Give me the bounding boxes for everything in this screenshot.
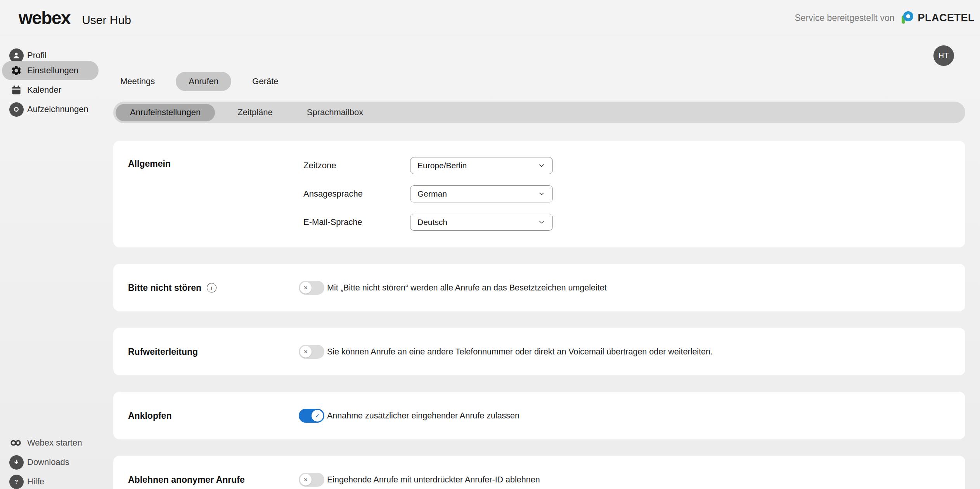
- sidebar-item-label: Profil: [27, 50, 47, 60]
- sidebar-item-label: Einstellungen: [27, 66, 78, 76]
- record-icon: [9, 102, 24, 117]
- sidebar: Profil Einstellungen Kalender: [0, 36, 113, 489]
- sidebar-item-webex-starten[interactable]: Webex starten: [0, 433, 99, 453]
- field-label: Ansagesprache: [303, 185, 363, 202]
- app-title: User Hub: [82, 14, 131, 27]
- subtab-zeitplaene[interactable]: Zeitpläne: [220, 104, 290, 121]
- main-tabs: Meetings Anrufen Geräte: [115, 72, 300, 91]
- sidebar-item-label: Kalender: [27, 85, 61, 95]
- section-title: Rufweiterleitung: [128, 346, 198, 357]
- placetel-logo-icon: [900, 10, 914, 25]
- webex-icon: [9, 435, 24, 450]
- sidebar-item-label: Hilfe: [27, 477, 44, 487]
- chevron-down-icon: [538, 218, 545, 226]
- sidebar-item-downloads[interactable]: Downloads: [0, 453, 99, 472]
- toggle-off-x-icon: [300, 346, 312, 358]
- calendar-icon: [9, 83, 24, 97]
- call-waiting-toggle[interactable]: [299, 409, 324, 423]
- webex-logo: webex: [19, 7, 70, 28]
- chevron-down-icon: [538, 162, 545, 169]
- subtab-anrufeinstellungen[interactable]: Anrufeinstellungen: [116, 104, 215, 121]
- call-forwarding-toggle[interactable]: [299, 345, 324, 359]
- call-waiting-card: Anklopfen Annahme zusätzlicher eingehend…: [113, 392, 965, 439]
- select-value: Europe/Berlin: [417, 161, 538, 170]
- toggle-description: Sie können Anrufe an eine andere Telefon…: [327, 347, 713, 356]
- toggle-description: Mit „Bitte nicht stören“ werden alle Anr…: [327, 283, 607, 292]
- subtab-bar: Anrufeinstellungen Zeitpläne Sprachmailb…: [113, 102, 965, 123]
- zeitzone-row: Zeitzone Europe/Berlin: [113, 157, 965, 174]
- subtab-sprachmailbox[interactable]: Sprachmailbox: [290, 104, 381, 121]
- service-provider-area: Service bereitgestellt von PLACETEL: [795, 10, 975, 25]
- help-icon: ?: [9, 474, 24, 489]
- field-label: E-Mail-Sprache: [303, 214, 362, 231]
- anonymous-call-rejection-card: Ablehnen anonymer Anrufe Eingehende Anru…: [113, 456, 965, 489]
- svg-text:?: ?: [14, 478, 18, 485]
- sidebar-item-label: Aufzeichnungen: [27, 104, 88, 114]
- dnd-toggle[interactable]: [299, 281, 324, 295]
- chevron-down-icon: [538, 190, 545, 198]
- avatar[interactable]: HT: [933, 45, 954, 66]
- toggle-description: Eingehende Anrufe mit unterdrückter Anru…: [327, 475, 540, 484]
- tab-meetings[interactable]: Meetings: [115, 72, 160, 91]
- sidebar-item-einstellungen[interactable]: Einstellungen: [2, 61, 99, 80]
- sidebar-item-aufzeichnungen[interactable]: Aufzeichnungen: [0, 100, 99, 119]
- email-sprache-select[interactable]: Deutsch: [410, 214, 553, 231]
- provider-name: PLACETEL: [918, 12, 975, 24]
- toggle-off-x-icon: [300, 474, 312, 486]
- app-header: webex User Hub Service bereitgestellt vo…: [0, 0, 980, 36]
- toggle-on-check-icon: [312, 410, 323, 422]
- gear-icon: [9, 63, 24, 78]
- toggle-description: Annahme zusätzlicher eingehender Anrufe …: [327, 411, 519, 420]
- sidebar-item-label: Webex starten: [27, 438, 82, 448]
- service-provided-text: Service bereitgestellt von: [795, 13, 895, 23]
- sidebar-item-kalender[interactable]: Kalender: [0, 80, 99, 100]
- select-value: Deutsch: [417, 218, 538, 227]
- sidebar-item-label: Downloads: [27, 457, 69, 467]
- select-value: German: [417, 189, 538, 199]
- tab-geraete[interactable]: Geräte: [247, 72, 284, 91]
- allgemein-card: Allgemein Zeitzone Europe/Berlin Ansages…: [113, 141, 965, 247]
- ansagesprache-row: Ansagesprache German: [113, 185, 965, 202]
- dnd-card: Bitte nicht stören Mit „Bitte nicht stör…: [113, 264, 965, 311]
- sidebar-item-hilfe[interactable]: ? Hilfe: [0, 472, 99, 489]
- call-forwarding-card: Rufweiterleitung Sie können Anrufe an ei…: [113, 328, 965, 375]
- tab-anrufen[interactable]: Anrufen: [176, 72, 231, 91]
- zeitzone-select[interactable]: Europe/Berlin: [410, 157, 553, 174]
- section-title: Ablehnen anonymer Anrufe: [128, 474, 245, 485]
- ansagesprache-select[interactable]: German: [410, 185, 553, 202]
- section-title: Bitte nicht stören: [128, 282, 201, 293]
- info-icon[interactable]: [207, 283, 216, 292]
- field-label: Zeitzone: [303, 157, 336, 174]
- placetel-logo: PLACETEL: [900, 10, 975, 25]
- download-icon: [9, 455, 24, 470]
- brand: webex User Hub: [19, 7, 131, 28]
- anonymous-call-rejection-toggle[interactable]: [299, 473, 324, 487]
- toggle-off-x-icon: [300, 282, 312, 294]
- webex-user-hub-app: webex User Hub Service bereitgestellt vo…: [0, 0, 980, 489]
- section-title: Anklopfen: [128, 410, 171, 421]
- email-sprache-row: E-Mail-Sprache Deutsch: [113, 214, 965, 231]
